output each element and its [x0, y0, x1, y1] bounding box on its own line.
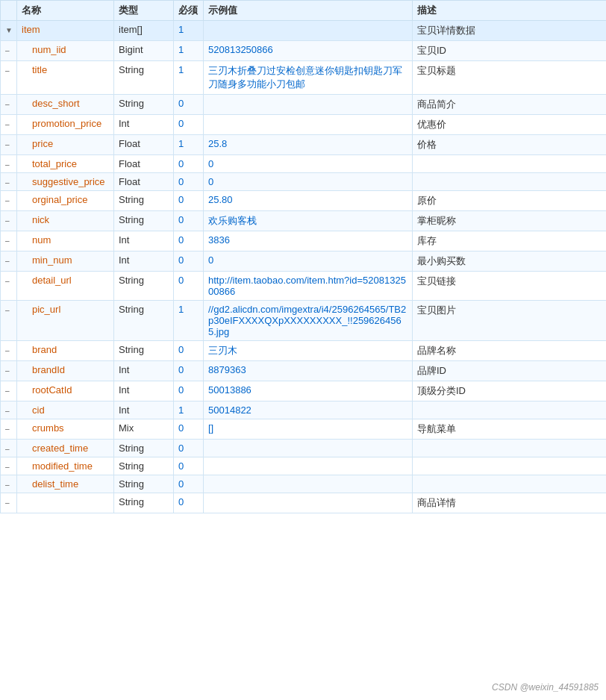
field-required: 0	[178, 98, 184, 109]
field-desc: 掌柜昵称	[417, 215, 456, 226]
field-type-cell: String	[114, 341, 174, 361]
field-value-cell: 三刃木折叠刀过安检创意迷你钥匙扣钥匙刀军刀随身多功能小刀包邮	[204, 61, 413, 95]
field-value: 25.8	[208, 138, 227, 149]
field-name-cell: rootCatId	[17, 381, 114, 401]
expand-cell[interactable]: –	[1, 457, 17, 475]
field-value-cell	[204, 21, 413, 41]
expand-cell[interactable]: –	[1, 155, 17, 173]
expand-cell[interactable]: –	[1, 440, 17, 457]
field-required-cell: 0	[174, 361, 204, 381]
field-value-cell: 8879363	[204, 361, 413, 381]
collapse-icon: ▼	[5, 26, 13, 34]
dash-icon: –	[5, 120, 10, 128]
expand-cell[interactable]: –	[1, 381, 17, 401]
expand-cell[interactable]: –	[1, 61, 17, 95]
table-row: –min_numInt00最小购买数	[1, 251, 607, 272]
expand-cell[interactable]: ▼	[1, 21, 17, 41]
field-name: promotion_price	[22, 118, 101, 129]
field-required-cell: 0	[174, 381, 204, 401]
field-required-cell: 1	[174, 135, 204, 155]
data-table: 名称 类型 必须 示例值 描述 ▼itemitem[]1宝贝详情数据–num_i…	[0, 0, 606, 513]
field-desc: 导航菜单	[417, 423, 456, 434]
field-name-cell: crumbs	[17, 419, 114, 440]
expand-cell[interactable]: –	[1, 41, 17, 61]
expand-cell[interactable]: –	[1, 419, 17, 440]
expand-cell[interactable]: –	[1, 493, 17, 513]
expand-cell[interactable]: –	[1, 475, 17, 493]
field-name: orginal_price	[22, 194, 87, 205]
field-name	[22, 496, 32, 507]
expand-cell[interactable]: –	[1, 401, 17, 419]
field-required: 0	[178, 478, 184, 490]
field-desc: 原价	[417, 195, 437, 206]
field-type: String	[119, 275, 144, 286]
expand-cell[interactable]: –	[1, 301, 17, 341]
expand-cell[interactable]: –	[1, 231, 17, 251]
field-value-cell: 三刃木	[204, 341, 413, 361]
field-type: String	[119, 214, 144, 225]
field-value-cell	[204, 475, 413, 493]
field-value: 25.80	[208, 194, 233, 205]
col-header-required: 必须	[174, 1, 204, 21]
field-value-cell	[204, 95, 413, 115]
field-type: Int	[119, 118, 129, 129]
field-required: 0	[178, 364, 184, 375]
table-row: –detail_urlString0http://item.taobao.com…	[1, 272, 607, 301]
field-name-cell: suggestive_price	[17, 173, 114, 191]
field-desc-cell: 优惠价	[413, 115, 607, 135]
field-desc-cell	[413, 173, 607, 191]
field-desc-cell: 库存	[413, 231, 607, 251]
table-row: –pic_urlString1//gd2.alicdn.com/imgextra…	[1, 301, 607, 341]
field-value-cell: 3836	[204, 231, 413, 251]
field-type: Int	[119, 384, 129, 396]
field-type-cell: String	[114, 457, 174, 475]
field-required-cell: 0	[174, 272, 204, 301]
table-row: –brandString0三刃木品牌名称	[1, 341, 607, 361]
field-value: http://item.taobao.com/item.htm?id=52081…	[208, 275, 406, 297]
field-type: Float	[119, 138, 140, 149]
field-required: 0	[178, 460, 184, 472]
col-header-value: 示例值	[204, 1, 413, 21]
field-desc-cell	[413, 457, 607, 475]
field-type: String	[119, 478, 144, 490]
field-name-cell: created_time	[17, 440, 114, 457]
field-value-cell: 欢乐购客栈	[204, 211, 413, 231]
expand-cell[interactable]: –	[1, 341, 17, 361]
field-type: Int	[119, 364, 129, 375]
field-required-cell: 1	[174, 21, 204, 41]
field-name-cell: brandId	[17, 361, 114, 381]
expand-cell[interactable]: –	[1, 211, 17, 231]
expand-cell[interactable]: –	[1, 135, 17, 155]
field-required-cell: 1	[174, 61, 204, 95]
table-row: –promotion_priceInt0优惠价	[1, 115, 607, 135]
field-desc-cell: 品牌名称	[413, 341, 607, 361]
field-type-cell: Int	[114, 401, 174, 419]
field-type-cell: Mix	[114, 419, 174, 440]
field-type-cell: String	[114, 440, 174, 457]
field-type: Int	[119, 234, 129, 246]
field-value-cell: 50013886	[204, 381, 413, 401]
expand-cell[interactable]: –	[1, 191, 17, 211]
field-name-cell	[17, 493, 114, 513]
field-name: detail_url	[22, 275, 72, 286]
field-name: brand	[22, 344, 57, 355]
table-row: –modified_timeString0	[1, 457, 607, 475]
expand-cell[interactable]: –	[1, 272, 17, 301]
field-desc-cell: 宝贝详情数据	[413, 21, 607, 41]
field-value: 三刃木	[208, 345, 237, 356]
expand-cell[interactable]: –	[1, 173, 17, 191]
field-required: 1	[178, 44, 184, 55]
dash-icon: –	[5, 463, 10, 471]
dash-icon: –	[5, 66, 10, 75]
field-required: 0	[178, 275, 184, 286]
field-value: 0	[208, 254, 213, 266]
expand-cell[interactable]: –	[1, 95, 17, 115]
expand-cell[interactable]: –	[1, 361, 17, 381]
expand-cell[interactable]: –	[1, 115, 17, 135]
field-value: 0	[208, 158, 213, 169]
expand-cell[interactable]: –	[1, 251, 17, 272]
field-type-cell: Bigint	[114, 41, 174, 61]
field-type: Int	[119, 404, 129, 416]
dash-icon: –	[5, 160, 10, 169]
field-required: 1	[178, 64, 184, 75]
